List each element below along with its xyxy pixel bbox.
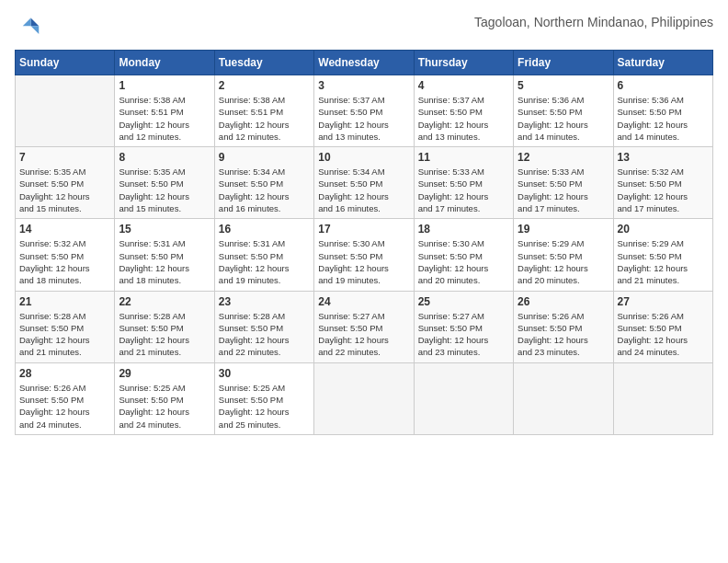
day-number: 29 <box>119 367 210 380</box>
table-cell: 2Sunrise: 5:38 AM Sunset: 5:51 PM Daylig… <box>214 75 313 147</box>
table-cell: 30Sunrise: 5:25 AM Sunset: 5:50 PM Dayli… <box>214 362 313 434</box>
week-row-2: 7Sunrise: 5:35 AM Sunset: 5:50 PM Daylig… <box>16 147 713 219</box>
table-cell: 6Sunrise: 5:36 AM Sunset: 5:50 PM Daylig… <box>613 75 712 147</box>
day-info: Sunrise: 5:28 AM Sunset: 5:50 PM Dayligh… <box>119 310 210 359</box>
table-cell <box>414 362 513 434</box>
day-info: Sunrise: 5:30 AM Sunset: 5:50 PM Dayligh… <box>418 237 509 286</box>
day-number: 18 <box>418 223 509 236</box>
day-number: 19 <box>518 223 609 236</box>
table-cell: 15Sunrise: 5:31 AM Sunset: 5:50 PM Dayli… <box>115 219 214 291</box>
header-saturday: Saturday <box>613 51 712 75</box>
day-info: Sunrise: 5:32 AM Sunset: 5:50 PM Dayligh… <box>618 166 709 214</box>
day-number: 11 <box>418 151 509 164</box>
day-info: Sunrise: 5:27 AM Sunset: 5:50 PM Dayligh… <box>418 310 509 359</box>
day-number: 4 <box>418 79 509 92</box>
week-row-5: 28Sunrise: 5:26 AM Sunset: 5:50 PM Dayli… <box>16 362 713 434</box>
table-cell: 18Sunrise: 5:30 AM Sunset: 5:50 PM Dayli… <box>414 219 513 291</box>
week-row-3: 14Sunrise: 5:32 AM Sunset: 5:50 PM Dayli… <box>16 219 713 291</box>
day-info: Sunrise: 5:33 AM Sunset: 5:50 PM Dayligh… <box>518 166 609 214</box>
table-cell: 19Sunrise: 5:29 AM Sunset: 5:50 PM Dayli… <box>514 219 613 291</box>
day-info: Sunrise: 5:37 AM Sunset: 5:50 PM Dayligh… <box>318 94 409 143</box>
table-cell: 24Sunrise: 5:27 AM Sunset: 5:50 PM Dayli… <box>314 291 414 362</box>
table-cell: 13Sunrise: 5:32 AM Sunset: 5:50 PM Dayli… <box>613 147 712 219</box>
table-cell: 9Sunrise: 5:34 AM Sunset: 5:50 PM Daylig… <box>214 147 313 219</box>
header-wednesday: Wednesday <box>314 51 414 75</box>
day-number: 16 <box>219 223 310 236</box>
table-cell: 20Sunrise: 5:29 AM Sunset: 5:50 PM Dayli… <box>613 219 712 291</box>
svg-marker-2 <box>23 18 31 27</box>
table-cell: 17Sunrise: 5:30 AM Sunset: 5:50 PM Dayli… <box>314 219 414 291</box>
day-info: Sunrise: 5:26 AM Sunset: 5:50 PM Dayligh… <box>19 382 110 431</box>
day-number: 6 <box>618 79 709 92</box>
table-cell: 1Sunrise: 5:38 AM Sunset: 5:51 PM Daylig… <box>115 75 214 147</box>
table-cell: 22Sunrise: 5:28 AM Sunset: 5:50 PM Dayli… <box>115 291 214 362</box>
day-info: Sunrise: 5:26 AM Sunset: 5:50 PM Dayligh… <box>618 310 709 359</box>
day-info: Sunrise: 5:25 AM Sunset: 5:50 PM Dayligh… <box>219 382 310 431</box>
day-number: 12 <box>518 151 609 164</box>
day-number: 8 <box>119 151 210 164</box>
table-cell: 4Sunrise: 5:37 AM Sunset: 5:50 PM Daylig… <box>414 75 513 147</box>
table-cell: 8Sunrise: 5:35 AM Sunset: 5:50 PM Daylig… <box>115 147 214 219</box>
day-info: Sunrise: 5:31 AM Sunset: 5:50 PM Dayligh… <box>119 237 210 286</box>
calendar-table: SundayMondayTuesdayWednesdayThursdayFrid… <box>15 50 713 435</box>
day-number: 3 <box>318 79 409 92</box>
table-cell: 21Sunrise: 5:28 AM Sunset: 5:50 PM Dayli… <box>16 291 115 362</box>
day-info: Sunrise: 5:37 AM Sunset: 5:50 PM Dayligh… <box>418 94 509 143</box>
table-cell: 7Sunrise: 5:35 AM Sunset: 5:50 PM Daylig… <box>16 147 115 219</box>
header-row: SundayMondayTuesdayWednesdayThursdayFrid… <box>16 51 713 75</box>
day-number: 2 <box>219 79 310 92</box>
table-cell: 28Sunrise: 5:26 AM Sunset: 5:50 PM Dayli… <box>16 362 115 434</box>
table-cell: 12Sunrise: 5:33 AM Sunset: 5:50 PM Dayli… <box>514 147 613 219</box>
table-cell: 26Sunrise: 5:26 AM Sunset: 5:50 PM Dayli… <box>514 291 613 362</box>
day-info: Sunrise: 5:25 AM Sunset: 5:50 PM Dayligh… <box>119 382 210 431</box>
day-number: 27 <box>618 295 709 308</box>
header: Tagoloan, Northern Mindanao, Philippines <box>15 15 713 40</box>
week-row-4: 21Sunrise: 5:28 AM Sunset: 5:50 PM Dayli… <box>16 291 713 362</box>
table-cell <box>514 362 613 434</box>
day-info: Sunrise: 5:33 AM Sunset: 5:50 PM Dayligh… <box>418 166 509 214</box>
title-area: Tagoloan, Northern Mindanao, Philippines <box>474 15 713 29</box>
day-info: Sunrise: 5:32 AM Sunset: 5:50 PM Dayligh… <box>19 237 110 286</box>
day-info: Sunrise: 5:36 AM Sunset: 5:50 PM Dayligh… <box>518 94 609 143</box>
svg-marker-0 <box>31 18 40 27</box>
day-info: Sunrise: 5:29 AM Sunset: 5:50 PM Dayligh… <box>518 237 609 286</box>
day-info: Sunrise: 5:31 AM Sunset: 5:50 PM Dayligh… <box>219 237 310 286</box>
week-row-1: 1Sunrise: 5:38 AM Sunset: 5:51 PM Daylig… <box>16 75 713 147</box>
day-number: 28 <box>19 367 110 380</box>
day-number: 17 <box>318 223 409 236</box>
day-number: 20 <box>618 223 709 236</box>
header-thursday: Thursday <box>414 51 513 75</box>
day-info: Sunrise: 5:35 AM Sunset: 5:50 PM Dayligh… <box>119 166 210 214</box>
logo-icon <box>15 15 40 40</box>
table-cell: 16Sunrise: 5:31 AM Sunset: 5:50 PM Dayli… <box>214 219 313 291</box>
day-info: Sunrise: 5:34 AM Sunset: 5:50 PM Dayligh… <box>219 166 310 214</box>
day-number: 9 <box>219 151 310 164</box>
table-cell: 11Sunrise: 5:33 AM Sunset: 5:50 PM Dayli… <box>414 147 513 219</box>
table-cell <box>613 362 712 434</box>
header-tuesday: Tuesday <box>214 51 313 75</box>
day-info: Sunrise: 5:28 AM Sunset: 5:50 PM Dayligh… <box>219 310 310 359</box>
day-info: Sunrise: 5:30 AM Sunset: 5:50 PM Dayligh… <box>318 237 409 286</box>
day-number: 25 <box>418 295 509 308</box>
day-number: 21 <box>19 295 110 308</box>
day-info: Sunrise: 5:35 AM Sunset: 5:50 PM Dayligh… <box>19 166 110 214</box>
day-info: Sunrise: 5:36 AM Sunset: 5:50 PM Dayligh… <box>618 94 709 143</box>
day-number: 5 <box>518 79 609 92</box>
table-cell <box>16 75 115 147</box>
header-sunday: Sunday <box>16 51 115 75</box>
table-cell: 3Sunrise: 5:37 AM Sunset: 5:50 PM Daylig… <box>314 75 414 147</box>
logo <box>15 15 44 40</box>
day-info: Sunrise: 5:27 AM Sunset: 5:50 PM Dayligh… <box>318 310 409 359</box>
day-number: 10 <box>318 151 409 164</box>
day-info: Sunrise: 5:28 AM Sunset: 5:50 PM Dayligh… <box>19 310 110 359</box>
table-cell: 5Sunrise: 5:36 AM Sunset: 5:50 PM Daylig… <box>514 75 613 147</box>
table-cell: 14Sunrise: 5:32 AM Sunset: 5:50 PM Dayli… <box>16 219 115 291</box>
day-info: Sunrise: 5:29 AM Sunset: 5:50 PM Dayligh… <box>618 237 709 286</box>
day-number: 22 <box>119 295 210 308</box>
table-cell: 27Sunrise: 5:26 AM Sunset: 5:50 PM Dayli… <box>613 291 712 362</box>
day-info: Sunrise: 5:38 AM Sunset: 5:51 PM Dayligh… <box>119 94 210 143</box>
day-number: 13 <box>618 151 709 164</box>
location-title: Tagoloan, Northern Mindanao, Philippines <box>474 15 713 29</box>
header-monday: Monday <box>115 51 214 75</box>
day-number: 7 <box>19 151 110 164</box>
